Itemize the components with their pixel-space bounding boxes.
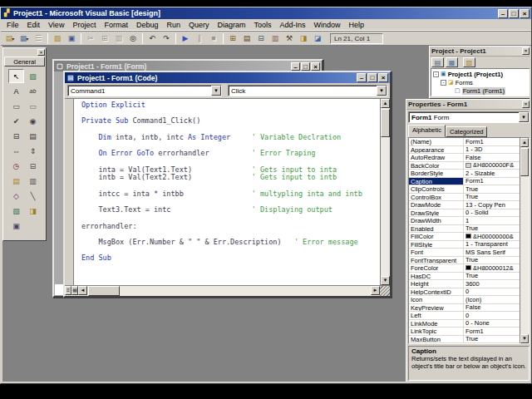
- property-value[interactable]: 13 - Copy Pen: [464, 201, 520, 209]
- property-row-fonttransparent[interactable]: FontTransparentTrue: [409, 257, 520, 265]
- tool-checkbox[interactable]: ✔: [8, 114, 24, 128]
- project-explorer-button[interactable]: ⊞: [226, 32, 239, 45]
- property-value[interactable]: 2 - Sizable: [464, 170, 520, 177]
- form-layout-button[interactable]: ⊟: [254, 32, 268, 45]
- property-row-forecolor[interactable]: ForeColor&H80000012&: [409, 264, 520, 273]
- tool-shape[interactable]: ◇: [8, 189, 24, 203]
- property-row-enabled[interactable]: EnabledTrue: [409, 225, 520, 234]
- property-value[interactable]: False: [464, 304, 520, 312]
- tool-combobox[interactable]: ⊟: [8, 129, 24, 143]
- tool-textbox[interactable]: ab: [25, 84, 41, 98]
- properties-scroll-thumb[interactable]: [520, 148, 529, 176]
- vertical-scroll-thumb[interactable]: [381, 109, 390, 137]
- code-window-titlebar[interactable]: ▤ Project1 - Form1 (Code) – □ ×: [65, 72, 390, 83]
- close-button[interactable]: ×: [520, 9, 530, 18]
- tool-timer[interactable]: ◷: [8, 159, 24, 173]
- code-horizontal-scrollbar[interactable]: ≡ ▤ ◄ ►: [65, 285, 390, 296]
- scroll-up-icon[interactable]: ▲: [381, 99, 390, 108]
- menu-project[interactable]: Project: [68, 20, 100, 30]
- code-maximize-button[interactable]: □: [367, 73, 377, 82]
- procedure-view-button[interactable]: ≡: [65, 286, 71, 295]
- tool-picturebox[interactable]: ▨: [25, 69, 41, 83]
- save-project-button[interactable]: ▣: [65, 32, 78, 45]
- tool-label[interactable]: A: [8, 84, 24, 98]
- redo-button[interactable]: ↷: [160, 32, 173, 45]
- tree-item-forms-folder[interactable]: - ◪ Forms: [433, 78, 530, 86]
- property-value[interactable]: False: [464, 154, 520, 161]
- properties-scrollbar[interactable]: ▲ ▼: [520, 138, 529, 343]
- project-explorer-close-icon[interactable]: ×: [522, 47, 530, 55]
- property-value[interactable]: 1 - 3D: [464, 146, 520, 154]
- properties-dropdown-arrow-icon[interactable]: ▼: [519, 112, 529, 122]
- properties-close-icon[interactable]: ×: [522, 101, 530, 108]
- open-project-button[interactable]: ▨: [51, 32, 64, 45]
- toolbox-close-icon[interactable]: ×: [37, 49, 45, 56]
- property-row-caption[interactable]: CaptionForm1: [409, 178, 520, 186]
- property-row-backcolor[interactable]: BackColor&H8000000F&: [409, 162, 520, 170]
- menu-file[interactable]: File: [2, 20, 23, 30]
- menu-query[interactable]: Query: [185, 20, 214, 30]
- property-row-linkmode[interactable]: LinkMode0 - None: [409, 320, 520, 328]
- property-value[interactable]: True: [464, 336, 520, 343]
- component-manager-button[interactable]: ◪: [311, 32, 324, 45]
- paste-button[interactable]: ▥: [112, 32, 126, 45]
- property-value[interactable]: True: [464, 257, 520, 264]
- end-button[interactable]: ■: [207, 32, 220, 45]
- property-value[interactable]: MS Sans Serif: [464, 249, 520, 256]
- menu-addins[interactable]: Add-Ins: [276, 20, 310, 30]
- property-value[interactable]: 0 - Solid: [464, 209, 520, 217]
- menu-format[interactable]: Format: [100, 20, 132, 30]
- property-row-drawmode[interactable]: DrawMode13 - Copy Pen: [409, 201, 520, 209]
- properties-titlebar[interactable]: Properties - Form1 ×: [406, 100, 530, 110]
- property-value[interactable]: True: [464, 194, 520, 201]
- property-row-icon[interactable]: Icon(Icon): [409, 296, 520, 304]
- data-view-button[interactable]: ◨: [297, 32, 310, 45]
- property-value[interactable]: (Icon): [464, 296, 520, 303]
- property-row-hasdc[interactable]: HasDCTrue: [409, 273, 520, 281]
- dropdown-arrow-icon[interactable]: ▾: [26, 36, 28, 42]
- tool-pointer[interactable]: ↖: [8, 69, 24, 83]
- maximize-button[interactable]: □: [509, 9, 519, 18]
- form-maximize-button[interactable]: □: [301, 62, 310, 71]
- property-value[interactable]: Form1: [464, 178, 520, 185]
- code-editor[interactable]: Option Explicit Private Sub Command1_Cli…: [65, 98, 390, 285]
- property-row-borderstyle[interactable]: BorderStyle2 - Sizable: [409, 170, 520, 178]
- form-minimize-button[interactable]: –: [291, 62, 300, 71]
- menu-window[interactable]: Window: [310, 20, 345, 30]
- scroll-left-icon[interactable]: ◄: [78, 286, 87, 295]
- tool-drivelistbox[interactable]: ⊟: [25, 159, 41, 173]
- menu-view[interactable]: View: [44, 20, 68, 30]
- property-row-name[interactable]: (Name)Form1: [409, 138, 520, 146]
- tab-alphabetic[interactable]: Alphabetic: [408, 125, 446, 137]
- property-row-left[interactable]: Left0: [409, 312, 520, 320]
- object-dropdown[interactable]: Command1 ▼: [67, 85, 222, 96]
- tree-item-form1[interactable]: ▢ Form1 (Form1): [433, 86, 530, 95]
- form-close-button[interactable]: ×: [311, 62, 320, 71]
- tool-frame[interactable]: ▭: [8, 99, 24, 113]
- property-value[interactable]: &H8000000F&: [464, 162, 520, 170]
- properties-window-button[interactable]: ▤: [240, 32, 254, 45]
- view-code-button[interactable]: ▤: [431, 57, 444, 67]
- property-value[interactable]: True: [464, 225, 520, 233]
- property-value[interactable]: 1: [464, 217, 520, 224]
- tool-vscrollbar[interactable]: ⇕: [25, 144, 41, 158]
- break-button[interactable]: ∥: [193, 32, 206, 45]
- tool-image[interactable]: ▧: [8, 204, 24, 218]
- menu-run[interactable]: Run: [162, 20, 185, 30]
- menu-editor-button[interactable]: ☰: [32, 32, 45, 45]
- property-row-fillcolor[interactable]: FillColor&H00000000&: [409, 233, 520, 241]
- property-row-helpcontextid[interactable]: HelpContextID0: [409, 288, 520, 297]
- dropdown-arrow-icon[interactable]: ▾: [12, 36, 14, 42]
- code-minimize-button[interactable]: –: [357, 73, 367, 82]
- property-row-autoredraw[interactable]: AutoRedrawFalse: [409, 154, 520, 162]
- full-module-view-button[interactable]: ▤: [71, 286, 78, 295]
- add-form-button[interactable]: ▦▾: [17, 32, 31, 45]
- main-titlebar[interactable]: ▞ Project1 - Microsoft Visual Basic [des…: [1, 7, 531, 19]
- tool-listbox[interactable]: ▤: [25, 129, 41, 143]
- toolbox-button[interactable]: ⚒: [283, 32, 296, 45]
- code-lines[interactable]: Option Explicit Private Sub Command1_Cli…: [74, 99, 380, 285]
- property-row-maxbutton[interactable]: MaxButtonTrue: [409, 336, 520, 344]
- project-explorer-titlebar[interactable]: Project - Project1 ×: [430, 47, 530, 57]
- scroll-up-icon[interactable]: ▲: [520, 138, 529, 147]
- start-button[interactable]: ▶: [179, 32, 192, 45]
